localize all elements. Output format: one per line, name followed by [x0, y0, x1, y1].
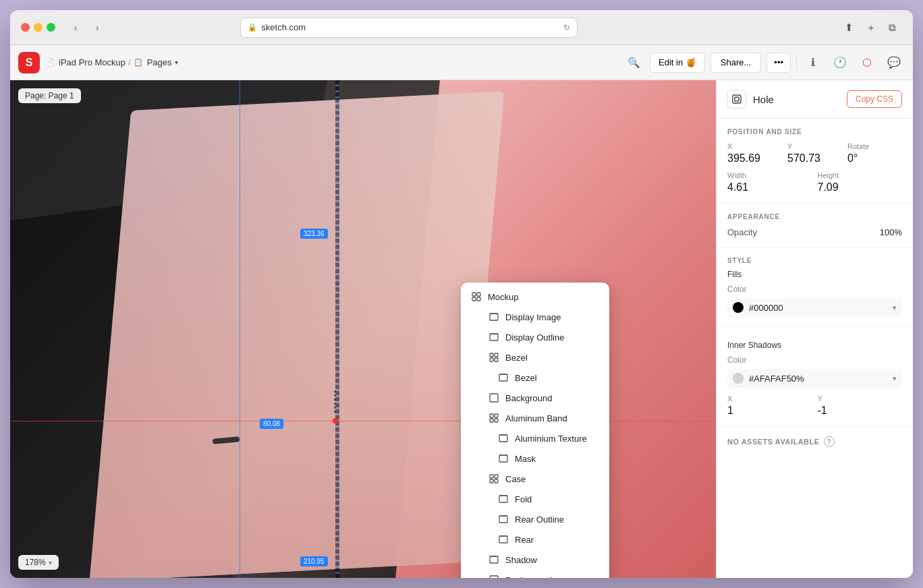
inner-shadows-label: Inner Shadows	[727, 341, 902, 350]
layer-icon-rear-outline	[497, 513, 509, 525]
layer-icon-background	[488, 392, 500, 404]
inner-shadow-color-row[interactable]: #AFAFAF50% ▾	[727, 369, 902, 388]
menu-item-bezel-item[interactable]: Bezel	[461, 368, 609, 388]
x-label: X	[727, 142, 782, 150]
search-button[interactable]: 🔍	[623, 52, 644, 74]
forward-button[interactable]: ›	[88, 18, 107, 37]
shadow-y-field: Y -1	[818, 394, 903, 417]
menu-item-rear[interactable]: Rear	[461, 529, 609, 550]
menu-item-background[interactable]: Background	[461, 388, 609, 408]
x-value: 395.69	[727, 152, 782, 165]
menu-rear-label: Rear	[515, 535, 534, 545]
close-button[interactable]	[21, 23, 30, 32]
layer-icon-fold	[497, 493, 509, 505]
info-button[interactable]: ℹ	[802, 52, 824, 74]
svg-rect-31	[499, 536, 507, 543]
svg-rect-10	[490, 358, 493, 361]
zoom-value: 178%	[25, 558, 46, 567]
menu-case-label: Case	[505, 474, 526, 484]
inner-shadow-swatch-row: #AFAFAF50%	[733, 373, 804, 384]
address-bar[interactable]: 🔒 sketch.com ↻	[240, 18, 578, 38]
edit-in-button[interactable]: Edit in 🍯	[650, 53, 705, 73]
url-text: sketch.com	[261, 22, 306, 32]
more-label: •••	[774, 57, 783, 67]
menu-item-bezel-group[interactable]: Bezel	[461, 347, 609, 368]
layer-icon-display-image	[488, 311, 500, 323]
y-value: 570.73	[787, 152, 842, 165]
no-assets-help-icon[interactable]: ?	[824, 436, 835, 447]
context-menu: Mockup Display Image	[461, 283, 609, 578]
more-button[interactable]: •••	[766, 53, 791, 73]
svg-rect-6	[490, 334, 498, 341]
shadow-x-field: X 1	[727, 394, 812, 417]
panel-title: Hole	[753, 94, 840, 105]
fills-label: Fills	[727, 270, 902, 279]
menu-mockup-label: Mockup	[488, 292, 519, 302]
share-browser-button[interactable]: ⬆	[840, 18, 859, 37]
menu-item-mockup[interactable]: Mockup	[461, 287, 609, 307]
zoom-chevron-icon: ▾	[49, 559, 52, 566]
menu-item-aluminium-texture[interactable]: Aluminium Texture	[461, 428, 609, 448]
edit-in-label: Edit in 🍯	[659, 57, 696, 67]
style-title: STYLE	[727, 257, 902, 264]
menu-item-case[interactable]: Case	[461, 469, 609, 489]
shadow-x-value: 1	[727, 405, 812, 417]
inner-shadow-chevron-icon: ▾	[893, 374, 897, 383]
opacity-row: Opacity 100%	[727, 227, 902, 237]
svg-rect-35	[490, 576, 498, 578]
present-button[interactable]: ⬡	[856, 52, 878, 74]
rotate-label: Rotate	[847, 142, 902, 150]
hole-icon	[731, 94, 742, 105]
menu-mask-label: Mask	[515, 454, 536, 464]
pages-chevron-icon[interactable]: ▾	[175, 59, 178, 66]
menu-item-display-outline[interactable]: Display Outline	[461, 327, 609, 347]
browser-actions: ⬆ + ⧉	[840, 18, 902, 37]
inner-shadow-color-label: Color	[727, 355, 902, 365]
svg-rect-3	[477, 297, 480, 301]
fill-chevron-icon: ▾	[893, 303, 897, 312]
group-icon-aluminum	[488, 412, 500, 424]
menu-item-mask[interactable]: Mask	[461, 448, 609, 469]
menu-item-display-image[interactable]: Display Image	[461, 307, 609, 327]
fill-color-row[interactable]: #000000 ▾	[727, 298, 902, 317]
position-grid: X 395.69 Y 570.73 Rotate 0°	[727, 142, 902, 165]
pages-icon: 📋	[134, 58, 143, 67]
menu-item-fold[interactable]: Fold	[461, 489, 609, 509]
file-icon: 📄	[45, 58, 55, 67]
menu-item-background2[interactable]: Background	[461, 570, 609, 578]
comment-button[interactable]: 💬	[883, 52, 905, 74]
guide-horizontal	[10, 421, 716, 421]
file-name: iPad Pro Mockup	[59, 57, 125, 67]
menu-item-aluminum-band[interactable]: Aluminum Band	[461, 408, 609, 428]
clock-button[interactable]: 🕐	[829, 52, 851, 74]
svg-rect-11	[495, 358, 498, 361]
zoom-indicator[interactable]: 178% ▾	[18, 555, 59, 570]
minimize-button[interactable]	[34, 23, 43, 32]
tabs-button[interactable]: ⧉	[883, 18, 902, 37]
breadcrumb-sep: /	[128, 57, 131, 67]
fullscreen-button[interactable]	[47, 23, 55, 32]
svg-rect-12	[499, 374, 507, 381]
group-icon	[470, 291, 482, 303]
svg-rect-18	[495, 419, 498, 422]
new-tab-button[interactable]: +	[862, 18, 880, 37]
svg-rect-0	[472, 293, 476, 296]
right-panel: Hole Copy CSS POSITION AND SIZE X 395.69…	[716, 80, 913, 578]
back-button[interactable]: ‹	[66, 18, 85, 37]
page-indicator-text: Page: Page 1	[25, 91, 74, 100]
copy-css-button[interactable]: Copy CSS	[847, 90, 902, 108]
shadow-y-value: -1	[818, 405, 903, 417]
menu-item-rear-outline[interactable]: Rear Outline	[461, 509, 609, 529]
menu-item-shadow[interactable]: Shadow	[461, 550, 609, 570]
canvas-area[interactable]: 323.36 80.08 210.95 Page: Page 1 178% ▾	[10, 80, 716, 578]
pages-label[interactable]: Pages	[147, 57, 172, 67]
appearance-section: APPEARANCE Opacity 100%	[717, 204, 913, 247]
reload-icon[interactable]: ↻	[563, 23, 570, 32]
svg-rect-14	[490, 394, 498, 402]
position-size-title: POSITION AND SIZE	[727, 128, 902, 136]
height-value: 7.09	[818, 181, 903, 194]
share-button[interactable]: Share...	[710, 53, 762, 73]
guide-vertical-1	[240, 80, 240, 578]
svg-rect-29	[499, 516, 507, 523]
panel-header: Hole Copy CSS	[717, 80, 913, 119]
